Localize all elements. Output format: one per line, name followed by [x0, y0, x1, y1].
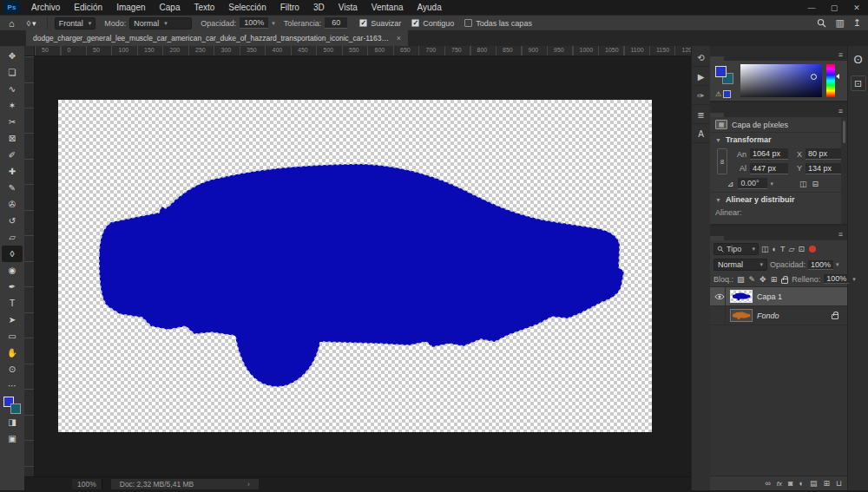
- tab-close-icon[interactable]: ×: [397, 34, 401, 43]
- flip-vertical-icon[interactable]: ⊟: [812, 180, 819, 188]
- layer-opacity-input[interactable]: 100%: [808, 260, 833, 270]
- chevron-down-icon[interactable]: ▾: [836, 261, 839, 268]
- menu-item[interactable]: 3D: [306, 2, 332, 13]
- screen-mode-button[interactable]: ▣: [2, 430, 23, 447]
- history-panel-icon[interactable]: ⟲: [693, 49, 710, 67]
- document-size-info[interactable]: Doc: 2,32 MB/5,41 MB ›: [111, 479, 259, 489]
- pen-tool[interactable]: ✒: [2, 279, 23, 295]
- share-icon[interactable]: ↥: [853, 17, 861, 29]
- lock-all-icon[interactable]: [781, 275, 788, 284]
- lock-image-icon[interactable]: ✎: [749, 275, 756, 284]
- clone-stamp-tool[interactable]: ✇: [2, 196, 23, 213]
- vertical-ruler[interactable]: 050100150200250300350400450500550600: [24, 56, 35, 476]
- tab-propiedades[interactable]: [710, 113, 724, 117]
- document-tab[interactable]: dodge_charger_general_lee_muscle_car_ame…: [26, 30, 408, 46]
- Fondo[interactable]: Fondo: [710, 306, 847, 325]
- history-brush-tool[interactable]: ↺: [2, 213, 23, 229]
- menu-item[interactable]: Vista: [332, 2, 365, 13]
- Capa 1[interactable]: Capa 1: [710, 287, 847, 306]
- eyedropper-tool[interactable]: ✐: [2, 147, 23, 163]
- quick-mask-button[interactable]: ◨: [2, 414, 23, 430]
- ruler-origin-box[interactable]: [24, 46, 35, 56]
- layer-thumbnail[interactable]: [730, 309, 753, 322]
- adjustment-layer-icon[interactable]: ◐: [799, 479, 803, 488]
- lock-transparency-icon[interactable]: ▨: [737, 275, 745, 284]
- menu-item[interactable]: Selección: [221, 2, 273, 13]
- lock-position-icon[interactable]: ✥: [760, 275, 766, 284]
- opacity-input[interactable]: 100%: [240, 17, 268, 29]
- foreground-background-swatches[interactable]: [3, 397, 21, 414]
- brush-settings-panel-icon[interactable]: ✑: [693, 88, 710, 105]
- link-dimensions-icon[interactable]: 8: [717, 148, 727, 174]
- smart-object-filter-icon[interactable]: ⊡: [798, 245, 805, 253]
- layer-thumbnail[interactable]: [730, 290, 753, 303]
- move-tool[interactable]: ✥: [2, 48, 23, 64]
- adjustment-layer-filter-icon[interactable]: ◐: [773, 245, 777, 253]
- chevron-down-icon[interactable]: ▾: [852, 276, 856, 283]
- menu-item[interactable]: Ayuda: [411, 2, 449, 13]
- hand-tool[interactable]: ✋: [2, 344, 23, 361]
- zoom-level-field[interactable]: 100%: [72, 479, 102, 489]
- brushes-panel-icon[interactable]: ≣: [693, 107, 710, 124]
- type-layer-filter-icon[interactable]: T: [780, 245, 786, 253]
- layer-blend-mode-dropdown[interactable]: Normal ▾: [713, 259, 767, 271]
- artboard-checkerboard[interactable]: [58, 100, 652, 432]
- learn-lightbulb-icon[interactable]: ʘ: [851, 51, 866, 67]
- search-icon[interactable]: [817, 18, 826, 28]
- tolerance-input[interactable]: 60: [325, 17, 347, 29]
- menu-item[interactable]: Capa: [153, 2, 187, 13]
- healing-brush-tool[interactable]: ✚: [2, 163, 23, 180]
- type-tool[interactable]: T: [2, 295, 23, 312]
- menu-item[interactable]: Filtro: [273, 2, 306, 13]
- dodge-tool[interactable]: ◉: [2, 262, 23, 279]
- align-section-header[interactable]: ▼ Alinear y distribuir: [710, 192, 847, 207]
- frame-tool[interactable]: ⊠: [2, 130, 23, 147]
- tab-ajustes[interactable]: [724, 113, 738, 117]
- panel-menu-icon[interactable]: ≡: [834, 50, 847, 61]
- height-input[interactable]: 447 px: [750, 163, 788, 174]
- libraries-panel-icon[interactable]: ⊡: [851, 75, 866, 91]
- gamut-swatch[interactable]: [723, 90, 731, 98]
- panel-menu-icon[interactable]: ≡: [834, 230, 847, 240]
- actions-panel-icon[interactable]: ▶: [693, 69, 710, 86]
- layer-effects-icon[interactable]: fx: [777, 480, 782, 488]
- crop-tool[interactable]: ✂: [2, 114, 23, 130]
- new-group-icon[interactable]: ▤: [810, 479, 818, 488]
- close-button[interactable]: ✕: [845, 3, 868, 12]
- car-silhouette-layer[interactable]: [58, 100, 652, 432]
- preset-dropdown[interactable]: Frontal▾: [55, 17, 96, 30]
- color-picker-cursor[interactable]: [811, 74, 817, 80]
- eraser-tool[interactable]: ▱: [2, 229, 23, 246]
- layer-fill-input[interactable]: 100%: [824, 274, 849, 284]
- menu-item[interactable]: Edición: [67, 2, 109, 13]
- layer-filter-dropdown[interactable]: Tipo ▾: [713, 243, 759, 255]
- visibility-toggle[interactable]: [713, 287, 726, 305]
- link-layers-icon[interactable]: ∞: [765, 479, 770, 488]
- foreground-color-swatch[interactable]: [715, 66, 727, 77]
- blend-mode-dropdown[interactable]: Normal▾: [129, 17, 192, 30]
- transform-section-header[interactable]: ▼ Transformar: [710, 132, 847, 147]
- horizontal-ruler[interactable]: 5005010015020025030035040045050055060065…: [35, 46, 691, 56]
- rotation-input[interactable]: 0.00°: [738, 178, 767, 189]
- tab-muestras[interactable]: [724, 56, 738, 61]
- menu-item[interactable]: Imagen: [109, 2, 152, 13]
- toolbar-ellipsis-icon[interactable]: ⋯: [2, 377, 23, 394]
- color-field[interactable]: [740, 64, 822, 97]
- hue-slider-pointer[interactable]: [836, 74, 839, 79]
- new-layer-icon[interactable]: ⊞: [823, 479, 830, 488]
- magic-wand-tool[interactable]: ✶: [2, 97, 23, 114]
- pixel-layer-filter-icon[interactable]: ◫: [761, 245, 769, 253]
- visibility-toggle[interactable]: [713, 306, 726, 325]
- chevron-down-icon[interactable]: ▾: [771, 180, 774, 187]
- shape-tool[interactable]: ▭: [2, 328, 23, 344]
- workspace-switcher-icon[interactable]: ▥: [835, 17, 844, 29]
- shape-layer-filter-icon[interactable]: ▱: [788, 245, 794, 253]
- delete-layer-icon[interactable]: ⊔: [836, 479, 842, 488]
- minimize-button[interactable]: —: [800, 3, 823, 12]
- panel-menu-icon[interactable]: ≡: [834, 107, 847, 117]
- paint-bucket-tool[interactable]: ◊: [2, 246, 23, 262]
- background-color-swatch[interactable]: [10, 403, 21, 414]
- menu-item[interactable]: Texto: [187, 2, 221, 13]
- filter-toggle-light[interactable]: [809, 246, 816, 253]
- menu-item[interactable]: Archivo: [24, 2, 67, 13]
